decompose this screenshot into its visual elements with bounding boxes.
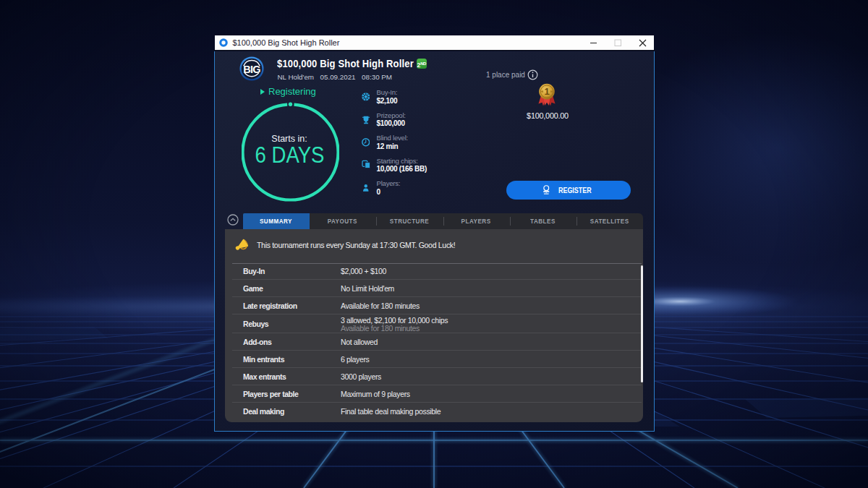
svg-text:BIG: BIG <box>243 64 260 75</box>
svg-text:1: 1 <box>545 86 550 97</box>
